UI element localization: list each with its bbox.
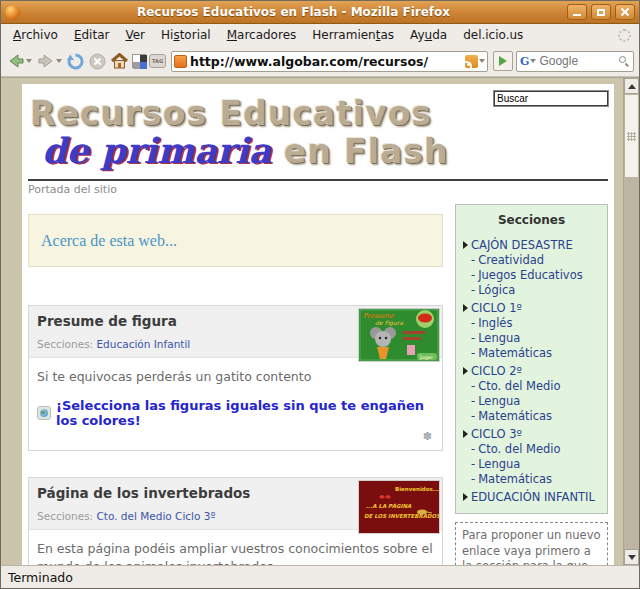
scrollbar-track[interactable] (624, 94, 639, 549)
menu-herramientas[interactable]: Herramientas (304, 26, 402, 44)
sidebar-category-ciclo-1-[interactable]: CICLO 1º (456, 301, 607, 316)
rss-feed-icon[interactable] (465, 55, 478, 68)
stop-button[interactable] (88, 52, 107, 71)
back-dropdown-icon (26, 59, 32, 63)
banner-title-script: de primaria (42, 130, 271, 171)
sidebar-item-lengua[interactable]: -Lengua (456, 394, 607, 409)
article-thumbnail[interactable]: Bienvenidos... ...A LA PÁGINA DE LOS INV… (358, 480, 440, 534)
article-summary: Si te equivocas perderás un gatito conte… (37, 368, 434, 386)
scrollbar-thumb[interactable] (624, 94, 639, 178)
section-link[interactable]: Cto. del Medio Ciclo 3º (96, 510, 215, 522)
close-button[interactable] (615, 4, 635, 20)
menu-historial[interactable]: Historial (153, 26, 219, 44)
sidebar-item-label: Matemáticas (478, 472, 552, 486)
browser-window: Recursos Educativos en Flash - Mozilla F… (0, 0, 640, 589)
dash-bullet: - (471, 331, 475, 345)
svg-text:...A LA PÁGINA: ...A LA PÁGINA (366, 502, 412, 509)
dash-bullet: - (471, 283, 475, 297)
menu-del-icio-us[interactable]: del.icio.us (455, 26, 531, 44)
sidebar-item-matem-ticas[interactable]: -Matemáticas (456, 346, 607, 361)
sidebar-item-matem-ticas[interactable]: -Matemáticas (456, 472, 607, 487)
home-icon (111, 53, 128, 69)
sidebar-item-label: Lengua (478, 457, 520, 471)
url-input[interactable] (187, 54, 465, 69)
sidebar-item-lengua[interactable]: -Lengua (456, 457, 607, 472)
maximize-button[interactable] (591, 4, 611, 20)
dash-bullet: - (471, 346, 475, 360)
menubar: ArchivoEditarVerHistorialMarcadoresHerra… (1, 24, 639, 46)
menu-editar[interactable]: Editar (66, 26, 118, 44)
about-link[interactable]: Acerca de esta web... (41, 232, 177, 249)
dash-bullet: - (471, 379, 475, 393)
article-summary: En esta página podéis ampliar vuestros c… (37, 540, 434, 565)
dash-bullet: - (471, 409, 475, 423)
dash-bullet: - (471, 472, 475, 486)
svg-text:Jugar: Jugar (419, 354, 434, 361)
vertical-scrollbar[interactable] (623, 78, 639, 565)
sidebar-item-cto-del-medio[interactable]: -Cto. del Medio (456, 379, 607, 394)
sidebar-item-ingl-s[interactable]: -Inglés (456, 316, 607, 331)
page-action-icon[interactable]: ✽ (423, 430, 432, 443)
web-search-input[interactable] (536, 54, 619, 68)
stop-icon (89, 53, 106, 70)
scroll-up-button[interactable] (624, 78, 639, 94)
sidebar-item-label: Juegos Educativos (478, 268, 583, 282)
banner-title-line2-rest: en Flash (271, 132, 448, 171)
menu-marcadores[interactable]: Marcadores (219, 26, 305, 44)
forward-arrow-icon (37, 53, 55, 69)
extension-quadrant-icon[interactable] (132, 54, 146, 68)
sidebar-item-matem-ticas[interactable]: -Matemáticas (456, 409, 607, 424)
forward-button[interactable] (36, 52, 63, 70)
triangle-bullet-icon (463, 241, 468, 249)
scrollbar-grip-icon (627, 132, 636, 141)
menu-ver[interactable]: Ver (117, 26, 153, 44)
globe-link-icon (37, 406, 51, 420)
svg-text:Bienvenidos...: Bienvenidos... (395, 486, 439, 492)
menu-archivo[interactable]: Archivo (5, 26, 66, 44)
sidebar-item-label: CAJÓN DESASTRE (471, 238, 573, 252)
sidebar-item-juegos-educativos[interactable]: -Juegos Educativos (456, 268, 607, 283)
menu-ayuda[interactable]: Ayuda (402, 26, 455, 44)
window-title: Recursos Educativos en Flash - Mozilla F… (20, 5, 567, 19)
svg-text:de Figura: de Figura (375, 319, 403, 327)
go-button[interactable] (493, 51, 513, 71)
navigation-toolbar: TAG G (1, 46, 639, 77)
statusbar: Terminado (1, 565, 639, 588)
sidebar-item-label: CICLO 3º (471, 427, 522, 441)
google-engine-icon[interactable]: G (520, 55, 529, 68)
sidebar-category-caj-n-desastre[interactable]: CAJÓN DESASTRE (456, 238, 607, 253)
sidebar-category-ciclo-3-[interactable]: CICLO 3º (456, 427, 607, 442)
sidebar-item-l-gica[interactable]: -Lógica (456, 283, 607, 298)
home-button[interactable] (110, 52, 129, 70)
reload-icon (67, 53, 84, 70)
sections-box: Secciones CAJÓN DESASTRE-Creatividad-Jue… (455, 204, 608, 514)
sidebar-item-label: Lengua (478, 331, 520, 345)
sidebar-category-educaci-n-infantil[interactable]: EDUCACIÓN INFANTIL (456, 490, 607, 505)
sidebar-category-ciclo-2-[interactable]: CICLO 2º (456, 364, 607, 379)
minimize-button[interactable] (567, 4, 587, 20)
tag-extension-icon[interactable]: TAG (149, 54, 166, 68)
scroll-down-button[interactable] (624, 549, 639, 565)
triangle-bullet-icon (463, 304, 468, 312)
sidebar-item-label: Cto. del Medio (478, 442, 560, 456)
forward-dropdown-icon (56, 59, 62, 63)
sidebar-item-cto-del-medio[interactable]: -Cto. del Medio (456, 442, 607, 457)
back-button[interactable] (6, 52, 33, 70)
svg-text:DE LOS INVERTEBRADOS: DE LOS INVERTEBRADOS (364, 513, 439, 519)
about-box: Acerca de esta web... (28, 214, 443, 267)
sidebar-item-label: Lengua (478, 394, 520, 408)
dash-bullet: - (471, 442, 475, 456)
article-thumbnail[interactable]: Presume de Figura (358, 308, 440, 362)
page-background: Recursos Educativos de primaria en Flash… (1, 78, 623, 565)
sidebar-item-creatividad[interactable]: -Creatividad (456, 253, 607, 268)
article-cta-link[interactable]: ¡Selecciona las figuras iguales sin que … (56, 398, 434, 428)
dash-bullet: - (471, 394, 475, 408)
site-search-input[interactable] (494, 91, 608, 106)
magnifier-icon[interactable] (619, 56, 630, 67)
sidebar-item-lengua[interactable]: -Lengua (456, 331, 607, 346)
article-card-presume: Presume de figura Secciones: Educación I… (28, 305, 443, 451)
url-dropdown-icon[interactable] (479, 59, 485, 63)
titlebar[interactable]: Recursos Educativos en Flash - Mozilla F… (1, 1, 639, 24)
reload-button[interactable] (66, 52, 85, 71)
section-link[interactable]: Educación Infantil (96, 338, 190, 350)
